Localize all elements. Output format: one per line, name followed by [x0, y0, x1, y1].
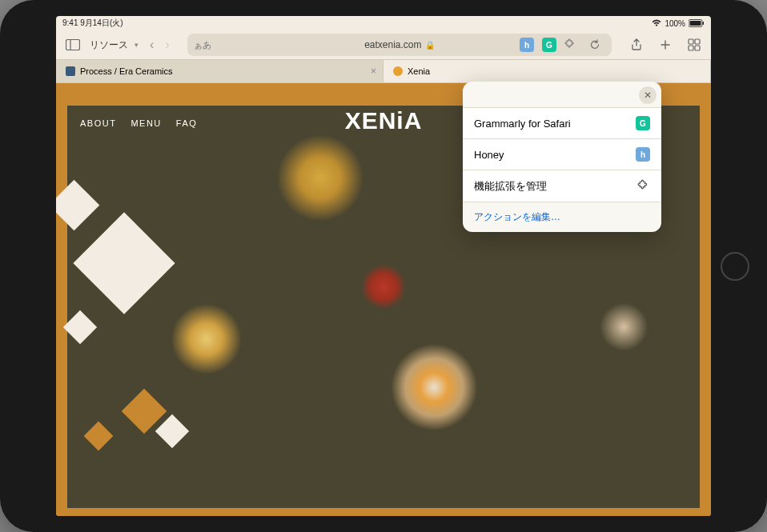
puzzle-icon [637, 178, 650, 194]
popover-item-grammarly[interactable]: Grammarly for Safari G [463, 108, 661, 139]
status-time: 9:41 [62, 18, 78, 27]
grammarly-extension-icon[interactable]: G [542, 38, 556, 52]
svg-rect-1 [690, 21, 701, 26]
extensions-button[interactable] [564, 38, 576, 52]
browser-toolbar: リソース ▾ ‹ › ぁあ eatxenia.com 🔒 h G [56, 30, 711, 59]
tab-era-ceramics[interactable]: Process / Era Ceramics × [56, 60, 384, 82]
battery-percent: 100% [665, 19, 685, 28]
svg-rect-7 [689, 46, 693, 50]
tab-close-button[interactable]: × [371, 66, 376, 77]
tab-title: Process / Era Ceramics [80, 66, 173, 76]
reload-button[interactable] [584, 34, 605, 55]
svg-rect-8 [695, 46, 700, 50]
status-date: 9月14日(火) [80, 18, 122, 27]
chevron-down-icon: ▾ [135, 41, 139, 49]
lock-icon: 🔒 [425, 41, 435, 50]
new-tab-button[interactable] [655, 34, 676, 55]
tab-xenia[interactable]: Xenia [384, 60, 711, 82]
svg-rect-3 [66, 40, 80, 50]
tab-overview-button[interactable] [684, 34, 705, 55]
edit-actions-link[interactable]: アクションを編集… [463, 202, 661, 232]
site-logo[interactable]: XENiA [345, 107, 423, 134]
status-left: 9:41 9月14日(火) [62, 18, 123, 29]
status-bar: 9:41 9月14日(火) 100% [56, 16, 711, 30]
tab-bar: Process / Era Ceramics × Xenia [56, 59, 711, 83]
forward-button: › [162, 38, 172, 52]
sidebar-button[interactable] [62, 34, 83, 55]
back-button[interactable]: ‹ [147, 38, 157, 52]
popover-item-label: Honey [474, 149, 504, 161]
popover-item-label: 機能拡張を管理 [474, 179, 547, 194]
nav-about[interactable]: ABOUT [80, 118, 116, 128]
popover-close-button[interactable]: ✕ [639, 86, 657, 104]
resource-button[interactable]: リソース [90, 38, 128, 52]
battery-icon [689, 19, 705, 27]
svg-rect-5 [689, 39, 693, 44]
text-size-button[interactable]: ぁあ [194, 39, 211, 51]
wifi-icon [652, 19, 661, 27]
tab-favicon-era [66, 66, 75, 76]
grammarly-icon: G [636, 116, 650, 130]
tab-favicon-xenia [393, 66, 403, 76]
popover-item-manage-extensions[interactable]: 機能拡張を管理 [463, 170, 661, 202]
svg-rect-2 [703, 22, 705, 25]
site-nav: ABOUT MENU FAQ [80, 118, 197, 128]
tab-title: Xenia [408, 66, 430, 76]
url-text: eatxenia.com [364, 39, 421, 50]
ipad-device-frame: 9:41 9月14日(火) 100% リソース ▾ ‹ [0, 0, 767, 532]
share-button[interactable] [626, 34, 647, 55]
popover-item-honey[interactable]: Honey h [463, 139, 661, 170]
svg-rect-6 [695, 39, 700, 44]
honey-extension-icon[interactable]: h [520, 38, 534, 52]
nav-menu[interactable]: MENU [131, 118, 161, 128]
extensions-popover: ✕ Grammarly for Safari G Honey h 機能拡張を管理 [463, 82, 661, 232]
status-right: 100% [652, 19, 705, 28]
address-bar[interactable]: ぁあ eatxenia.com 🔒 h G [187, 34, 612, 56]
nav-faq[interactable]: FAQ [176, 118, 198, 128]
home-button[interactable] [721, 252, 749, 281]
screen: 9:41 9月14日(火) 100% リソース ▾ ‹ [56, 16, 711, 516]
popover-item-label: Grammarly for Safari [474, 118, 571, 130]
honey-icon: h [636, 147, 650, 162]
